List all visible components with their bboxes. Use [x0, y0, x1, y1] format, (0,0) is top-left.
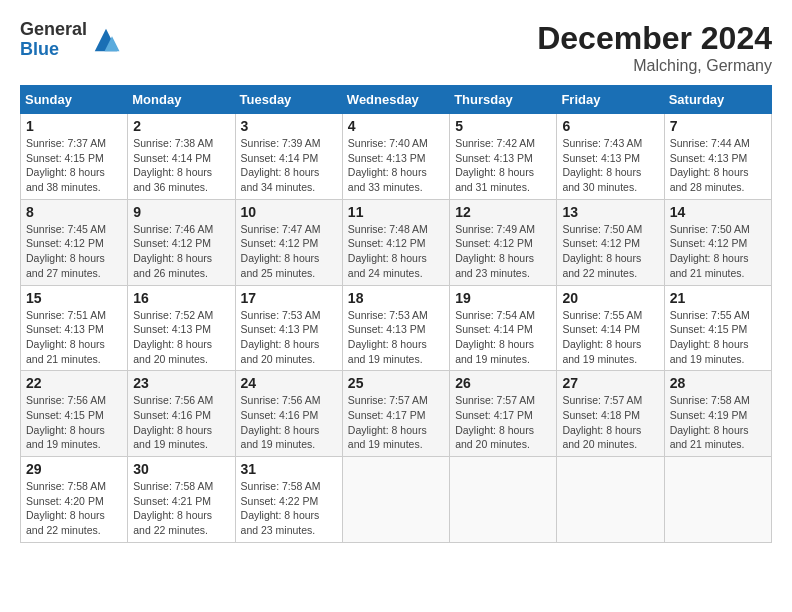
calendar-cell	[342, 457, 449, 543]
calendar-cell: 14Sunrise: 7:50 AM Sunset: 4:12 PM Dayli…	[664, 199, 771, 285]
day-number: 4	[348, 118, 444, 134]
day-info: Sunrise: 7:38 AM Sunset: 4:14 PM Dayligh…	[133, 136, 229, 195]
column-header-friday: Friday	[557, 86, 664, 114]
day-info: Sunrise: 7:52 AM Sunset: 4:13 PM Dayligh…	[133, 308, 229, 367]
day-number: 14	[670, 204, 766, 220]
day-number: 21	[670, 290, 766, 306]
calendar-cell	[557, 457, 664, 543]
day-number: 11	[348, 204, 444, 220]
column-header-tuesday: Tuesday	[235, 86, 342, 114]
day-info: Sunrise: 7:39 AM Sunset: 4:14 PM Dayligh…	[241, 136, 337, 195]
day-info: Sunrise: 7:58 AM Sunset: 4:20 PM Dayligh…	[26, 479, 122, 538]
day-number: 5	[455, 118, 551, 134]
calendar-header-row: SundayMondayTuesdayWednesdayThursdayFrid…	[21, 86, 772, 114]
calendar-cell: 18Sunrise: 7:53 AM Sunset: 4:13 PM Dayli…	[342, 285, 449, 371]
day-info: Sunrise: 7:50 AM Sunset: 4:12 PM Dayligh…	[670, 222, 766, 281]
day-info: Sunrise: 7:45 AM Sunset: 4:12 PM Dayligh…	[26, 222, 122, 281]
day-number: 17	[241, 290, 337, 306]
day-number: 6	[562, 118, 658, 134]
column-header-saturday: Saturday	[664, 86, 771, 114]
calendar-cell: 2Sunrise: 7:38 AM Sunset: 4:14 PM Daylig…	[128, 114, 235, 200]
day-info: Sunrise: 7:53 AM Sunset: 4:13 PM Dayligh…	[241, 308, 337, 367]
day-info: Sunrise: 7:40 AM Sunset: 4:13 PM Dayligh…	[348, 136, 444, 195]
day-number: 27	[562, 375, 658, 391]
calendar-cell: 7Sunrise: 7:44 AM Sunset: 4:13 PM Daylig…	[664, 114, 771, 200]
calendar-cell: 23Sunrise: 7:56 AM Sunset: 4:16 PM Dayli…	[128, 371, 235, 457]
day-number: 7	[670, 118, 766, 134]
day-number: 30	[133, 461, 229, 477]
day-number: 20	[562, 290, 658, 306]
day-info: Sunrise: 7:44 AM Sunset: 4:13 PM Dayligh…	[670, 136, 766, 195]
day-number: 28	[670, 375, 766, 391]
calendar-cell: 22Sunrise: 7:56 AM Sunset: 4:15 PM Dayli…	[21, 371, 128, 457]
calendar-cell: 27Sunrise: 7:57 AM Sunset: 4:18 PM Dayli…	[557, 371, 664, 457]
month-year: December 2024	[537, 20, 772, 57]
title-area: December 2024 Malching, Germany	[537, 20, 772, 75]
day-info: Sunrise: 7:48 AM Sunset: 4:12 PM Dayligh…	[348, 222, 444, 281]
day-info: Sunrise: 7:47 AM Sunset: 4:12 PM Dayligh…	[241, 222, 337, 281]
day-info: Sunrise: 7:37 AM Sunset: 4:15 PM Dayligh…	[26, 136, 122, 195]
day-number: 10	[241, 204, 337, 220]
calendar-week-row: 29Sunrise: 7:58 AM Sunset: 4:20 PM Dayli…	[21, 457, 772, 543]
column-header-thursday: Thursday	[450, 86, 557, 114]
logo-general: General	[20, 20, 87, 40]
day-number: 29	[26, 461, 122, 477]
calendar-cell: 29Sunrise: 7:58 AM Sunset: 4:20 PM Dayli…	[21, 457, 128, 543]
day-number: 15	[26, 290, 122, 306]
calendar-week-row: 15Sunrise: 7:51 AM Sunset: 4:13 PM Dayli…	[21, 285, 772, 371]
calendar-cell	[450, 457, 557, 543]
calendar-cell: 12Sunrise: 7:49 AM Sunset: 4:12 PM Dayli…	[450, 199, 557, 285]
day-number: 18	[348, 290, 444, 306]
calendar-week-row: 8Sunrise: 7:45 AM Sunset: 4:12 PM Daylig…	[21, 199, 772, 285]
calendar-cell: 25Sunrise: 7:57 AM Sunset: 4:17 PM Dayli…	[342, 371, 449, 457]
location: Malching, Germany	[537, 57, 772, 75]
day-number: 19	[455, 290, 551, 306]
calendar-cell: 16Sunrise: 7:52 AM Sunset: 4:13 PM Dayli…	[128, 285, 235, 371]
day-info: Sunrise: 7:58 AM Sunset: 4:22 PM Dayligh…	[241, 479, 337, 538]
calendar-cell: 31Sunrise: 7:58 AM Sunset: 4:22 PM Dayli…	[235, 457, 342, 543]
calendar-cell: 28Sunrise: 7:58 AM Sunset: 4:19 PM Dayli…	[664, 371, 771, 457]
header-area: General Blue December 2024 Malching, Ger…	[20, 20, 772, 75]
calendar-cell: 15Sunrise: 7:51 AM Sunset: 4:13 PM Dayli…	[21, 285, 128, 371]
day-info: Sunrise: 7:55 AM Sunset: 4:14 PM Dayligh…	[562, 308, 658, 367]
calendar-cell: 1Sunrise: 7:37 AM Sunset: 4:15 PM Daylig…	[21, 114, 128, 200]
day-info: Sunrise: 7:42 AM Sunset: 4:13 PM Dayligh…	[455, 136, 551, 195]
calendar-cell: 20Sunrise: 7:55 AM Sunset: 4:14 PM Dayli…	[557, 285, 664, 371]
day-number: 3	[241, 118, 337, 134]
day-info: Sunrise: 7:55 AM Sunset: 4:15 PM Dayligh…	[670, 308, 766, 367]
calendar-cell: 30Sunrise: 7:58 AM Sunset: 4:21 PM Dayli…	[128, 457, 235, 543]
calendar-cell: 3Sunrise: 7:39 AM Sunset: 4:14 PM Daylig…	[235, 114, 342, 200]
day-info: Sunrise: 7:53 AM Sunset: 4:13 PM Dayligh…	[348, 308, 444, 367]
day-info: Sunrise: 7:43 AM Sunset: 4:13 PM Dayligh…	[562, 136, 658, 195]
day-info: Sunrise: 7:46 AM Sunset: 4:12 PM Dayligh…	[133, 222, 229, 281]
day-info: Sunrise: 7:50 AM Sunset: 4:12 PM Dayligh…	[562, 222, 658, 281]
day-number: 8	[26, 204, 122, 220]
calendar-cell: 13Sunrise: 7:50 AM Sunset: 4:12 PM Dayli…	[557, 199, 664, 285]
day-number: 25	[348, 375, 444, 391]
day-number: 13	[562, 204, 658, 220]
day-info: Sunrise: 7:54 AM Sunset: 4:14 PM Dayligh…	[455, 308, 551, 367]
day-info: Sunrise: 7:58 AM Sunset: 4:19 PM Dayligh…	[670, 393, 766, 452]
day-info: Sunrise: 7:49 AM Sunset: 4:12 PM Dayligh…	[455, 222, 551, 281]
day-number: 31	[241, 461, 337, 477]
day-info: Sunrise: 7:58 AM Sunset: 4:21 PM Dayligh…	[133, 479, 229, 538]
logo-icon	[91, 25, 121, 55]
day-number: 2	[133, 118, 229, 134]
logo-blue: Blue	[20, 40, 87, 60]
column-header-wednesday: Wednesday	[342, 86, 449, 114]
column-header-sunday: Sunday	[21, 86, 128, 114]
calendar-cell: 8Sunrise: 7:45 AM Sunset: 4:12 PM Daylig…	[21, 199, 128, 285]
day-info: Sunrise: 7:56 AM Sunset: 4:16 PM Dayligh…	[241, 393, 337, 452]
calendar-cell: 5Sunrise: 7:42 AM Sunset: 4:13 PM Daylig…	[450, 114, 557, 200]
day-number: 23	[133, 375, 229, 391]
calendar: SundayMondayTuesdayWednesdayThursdayFrid…	[20, 85, 772, 543]
calendar-cell: 9Sunrise: 7:46 AM Sunset: 4:12 PM Daylig…	[128, 199, 235, 285]
calendar-week-row: 22Sunrise: 7:56 AM Sunset: 4:15 PM Dayli…	[21, 371, 772, 457]
day-info: Sunrise: 7:57 AM Sunset: 4:17 PM Dayligh…	[348, 393, 444, 452]
day-number: 12	[455, 204, 551, 220]
calendar-cell: 4Sunrise: 7:40 AM Sunset: 4:13 PM Daylig…	[342, 114, 449, 200]
column-header-monday: Monday	[128, 86, 235, 114]
calendar-cell: 11Sunrise: 7:48 AM Sunset: 4:12 PM Dayli…	[342, 199, 449, 285]
day-info: Sunrise: 7:56 AM Sunset: 4:15 PM Dayligh…	[26, 393, 122, 452]
calendar-week-row: 1Sunrise: 7:37 AM Sunset: 4:15 PM Daylig…	[21, 114, 772, 200]
